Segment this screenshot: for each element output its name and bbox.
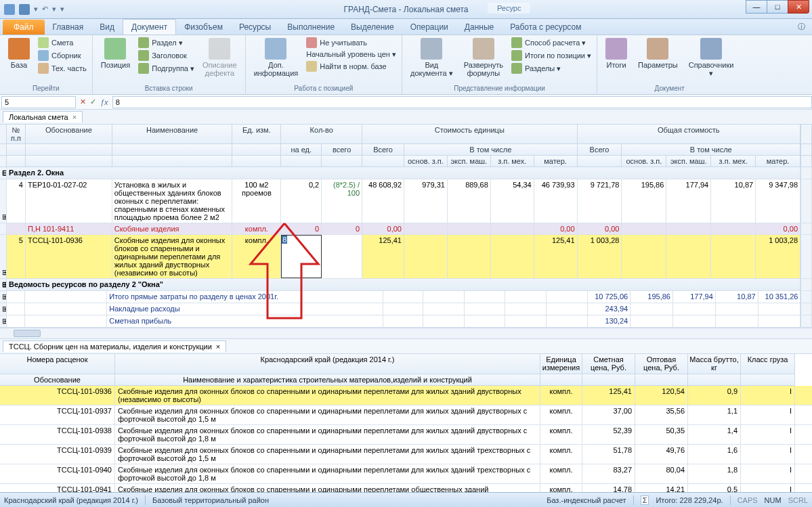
cell-ed: компл.	[232, 235, 281, 278]
cell: 0,00	[534, 223, 578, 234]
bottom-row[interactable]: ТССЦ-101-0936Скобяные изделия для оконны…	[0, 386, 812, 405]
bcol-opt: Оптовая цена, Руб.	[635, 354, 688, 374]
totals-button[interactable]: Итоги	[601, 37, 631, 70]
docview-button[interactable]: Вид документа ▾	[406, 37, 457, 79]
tab-view[interactable]: Вид	[91, 20, 123, 35]
main-hscroll[interactable]	[0, 328, 812, 338]
col-num: № п.п	[7, 125, 26, 144]
nachur-button[interactable]: Начальный уровень цен ▾	[305, 49, 398, 60]
table-row[interactable]: П,Н 101-9411 Скобяные изделия компл. 0 0…	[0, 223, 812, 235]
doc-tab[interactable]: Локальная смета ×	[3, 111, 83, 123]
cell: 0	[281, 223, 322, 234]
bottom-row[interactable]: ТССЦ-101-0938Скобяные изделия для оконны…	[0, 425, 812, 445]
position-button[interactable]: Позиция	[97, 37, 135, 70]
dopinfo-button[interactable]: Доп. информация	[250, 37, 303, 79]
grid-header-row3: основ. з.п. эксп. маш. з.п. мех. матер. …	[0, 156, 812, 167]
cell: 243,94	[588, 303, 631, 315]
cell: 177,94	[673, 291, 716, 303]
tab-resource-work[interactable]: Работа с ресурсом	[502, 20, 589, 35]
bottom-row[interactable]: ТССЦ-101-0939Скобяные изделия для оконны…	[0, 445, 812, 464]
total-row[interactable]: ⊞ Сметная прибыль 130,24	[0, 315, 812, 328]
close-tab-icon[interactable]: ×	[216, 343, 220, 351]
references-button[interactable]: Справочники ▾	[685, 37, 738, 79]
col-vtom2: В том числе	[622, 144, 800, 155]
file-tab[interactable]: Файл	[3, 20, 45, 35]
close-button[interactable]: ✕	[788, 0, 809, 14]
total-label: Накладные расходы	[107, 303, 383, 315]
col-obo: Обоснование	[26, 125, 112, 144]
cell-num	[7, 223, 26, 234]
tab-oper[interactable]: Операции	[402, 20, 456, 35]
col-vtom1: В том числе	[404, 144, 578, 155]
tab-resources[interactable]: Ресурсы	[231, 20, 279, 35]
sigma-icon[interactable]: Σ	[641, 495, 649, 505]
col-osn2: основ. з.п.	[622, 156, 666, 167]
redo-icon[interactable]: ▾	[52, 5, 56, 14]
sections-button[interactable]: Разделы ▾	[510, 62, 593, 74]
tab-data[interactable]: Данные	[456, 20, 502, 35]
tab-select[interactable]: Выделение	[343, 20, 402, 35]
resources-list-row[interactable]: ⊞ Ведомость ресурсов по разделу 2 "Окна"	[0, 279, 812, 291]
cell: 10 351,26	[758, 291, 801, 303]
bcol-kl: Класс груза	[741, 354, 795, 374]
formula-input[interactable]	[112, 96, 812, 108]
qat-dropdown-icon[interactable]: ▾	[34, 5, 38, 14]
sbornik-button[interactable]: Сборник	[37, 49, 88, 62]
cancel-icon[interactable]: ✕	[80, 97, 86, 106]
header-button[interactable]: Заголовок	[137, 49, 196, 62]
fx-icon[interactable]: ƒx	[100, 98, 112, 106]
expand-icon[interactable]: ⊞	[2, 213, 7, 221]
name-box[interactable]	[1, 96, 76, 108]
ribbon-group-label: Перейти	[4, 85, 88, 93]
bottom-tab[interactable]: ТССЦ. Сборник цен на материалы, изделия …	[3, 340, 226, 352]
params-button[interactable]: Параметры	[634, 37, 682, 70]
close-tab-icon[interactable]: ×	[72, 113, 77, 121]
tab-main[interactable]: Главная	[45, 20, 92, 35]
cell: 1 003,28	[756, 235, 800, 278]
total-row[interactable]: ⊞ Накладные расходы 243,94	[0, 303, 812, 315]
ribbon-group-label: Представление информации	[406, 85, 593, 93]
tab-exec[interactable]: Выполнение	[279, 20, 343, 35]
cell: 10 725,06	[588, 291, 631, 303]
expand-icon[interactable]: ⊟	[0, 167, 7, 179]
tab-document[interactable]: Документ	[123, 19, 176, 35]
help-icon[interactable]: ⓘ	[791, 19, 812, 35]
window-buttons: — □ ✕	[746, 0, 809, 14]
total-row[interactable]: ⊞ Итого прямые затраты по разделу в цена…	[0, 291, 812, 303]
expand-formulas-button[interactable]: Развернуть формулы	[460, 37, 507, 79]
cell-kolv: (8*2.5) / 100	[322, 179, 362, 223]
subgroup-button[interactable]: Подгруппа ▾	[137, 62, 196, 74]
findnorm-button[interactable]: Найти в норм. базе	[305, 60, 398, 72]
qat-icon[interactable]	[4, 4, 15, 15]
col-kolu: на ед.	[281, 144, 322, 155]
bottom-row[interactable]: ТССЦ-101-0940Скобяные изделия для оконны…	[0, 464, 812, 484]
table-row[interactable]: ⊞ 4 ТЕР10-01-027-02 Установка в жилых и …	[0, 179, 812, 223]
minimize-button[interactable]: —	[746, 0, 767, 14]
cell: 130,24	[588, 315, 631, 327]
undo-icon[interactable]: ↶	[42, 5, 48, 14]
table-row-active[interactable]: ⊞ 5 ТССЦ-101-0936 Скобяные изделия для о…	[0, 235, 812, 279]
col-zpm2: з.п. мех.	[711, 156, 756, 167]
neuch-button[interactable]: Не учитывать	[305, 37, 398, 49]
cell-editing[interactable]: 8	[281, 235, 322, 278]
smeta-button[interactable]: Смета	[37, 37, 88, 49]
accept-icon[interactable]: ✓	[90, 97, 96, 106]
cell: 1 003,28	[578, 235, 622, 278]
tab-fizob[interactable]: Физобъем	[176, 20, 231, 35]
defect-desc-button: Описание дефекта	[198, 37, 241, 79]
col-osn1: основ. з.п.	[404, 156, 448, 167]
expand-icon[interactable]: ⊞	[2, 268, 7, 277]
base-button[interactable]: База	[4, 37, 34, 70]
window-title: ГРАНД-Смета - Локальная смета	[343, 5, 468, 14]
col-ed: Ед. изм.	[232, 125, 281, 144]
save-icon[interactable]	[19, 4, 30, 15]
calcmethod-button[interactable]: Способ расчета ▾	[510, 37, 593, 49]
bottom-row[interactable]: ТССЦ-101-0937Скобяные изделия для оконны…	[0, 405, 812, 425]
expand-icon[interactable]: ⊞	[0, 279, 7, 290]
section-button[interactable]: Раздел ▾	[137, 37, 196, 49]
bottom-tab-label: ТССЦ. Сборник цен на материалы, изделия …	[9, 343, 212, 351]
maximize-button[interactable]: □	[767, 0, 788, 14]
section-row[interactable]: ⊟ Раздел 2. Окна	[0, 167, 812, 179]
techpart-button[interactable]: Тех. часть	[37, 62, 88, 74]
positiontotals-button[interactable]: Итоги по позиции ▾	[510, 49, 593, 62]
